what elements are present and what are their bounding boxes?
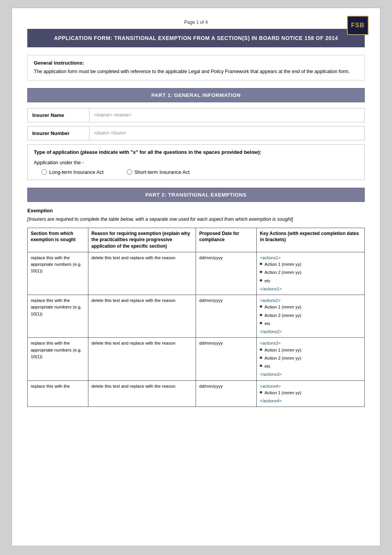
action-text: Action 2 (mmm yy)	[264, 312, 301, 319]
table-reason-cell-2: delete this text and replace with the re…	[88, 295, 196, 338]
table-section-cell-3: replace this with the appropriate number…	[28, 338, 88, 380]
section-replace-text: replace this with the appropriate number…	[31, 298, 81, 316]
list-item: Action 1 (mmm yy)	[260, 347, 361, 353]
list-item: etc	[260, 278, 361, 284]
bullet-icon	[260, 322, 262, 324]
list-item: Action 1 (mmm yy)	[260, 261, 361, 268]
table-date-cell-4: dd/mm/yyyy	[196, 380, 257, 407]
bullet-icon	[260, 314, 262, 316]
radio-circle-shortterm	[127, 169, 132, 175]
table-row: replace this with the appropriate number…	[28, 295, 365, 338]
insurer-name-placeholder: <iname> <iname>	[94, 112, 131, 118]
actions-list: Action 1 (mmm yy)Action 2 (mmm yy)etc	[260, 261, 361, 284]
date-text: dd/mm/yyyy	[199, 341, 223, 345]
table-header-row: Section from which exemption is sought R…	[28, 228, 365, 252]
bullet-icon	[260, 263, 262, 265]
radio-shortterm[interactable]: Short-term Insurance Act	[127, 169, 190, 175]
action-text: etc	[264, 278, 270, 284]
list-item: Action 2 (mmm yy)	[260, 269, 361, 276]
table-row: replace this with the appropriate number…	[28, 338, 365, 380]
list-item: Action 1 (mmm yy)	[260, 304, 361, 310]
th-date: Proposed Date for compliance	[196, 228, 257, 252]
th-actions: Key Actions (with expected completion da…	[257, 228, 365, 252]
reason-replace-text: delete this text and replace with the re…	[91, 384, 176, 388]
bullet-icon	[260, 391, 262, 393]
table-date-cell-3: dd/mm/yyyy	[196, 338, 257, 380]
bullet-icon	[260, 357, 262, 359]
list-item: Action 2 (mmm yy)	[260, 355, 361, 362]
part1-header: PART 1: GENERAL INFORMATION	[27, 88, 365, 102]
table-section-cell-4: replace this with the	[28, 380, 88, 407]
list-item: etc	[260, 320, 361, 327]
table-row: replace this with the appropriate number…	[28, 252, 365, 295]
action-text: Action 2 (mmm yy)	[264, 355, 301, 362]
action-text: Action 1 (mmm yy)	[264, 304, 301, 310]
action-text: Action 2 (mmm yy)	[264, 269, 301, 276]
date-text: dd/mm/yyyy	[199, 255, 223, 260]
radio-longterm-label: Long-term Insurance Act	[49, 169, 104, 175]
section-replace-text: replace this with the	[31, 384, 70, 388]
insurer-number-row: Insurer Number <inum> <inum>	[27, 126, 365, 140]
date-text: dd/mm/yyyy	[199, 384, 223, 388]
action-text: Action 1 (mmm yy)	[264, 261, 301, 268]
table-reason-cell-4: delete this text and replace with the re…	[88, 380, 196, 407]
instructions-box: General instructions: The application fo…	[27, 55, 365, 80]
instructions-title: General instructions:	[34, 60, 358, 66]
page-number: Page 1 of 4	[27, 20, 365, 25]
actions-close-tag: </actions1>	[260, 287, 282, 291]
insurer-number-placeholder: <inum> <inum>	[94, 130, 126, 136]
table-actions-cell-1: <actions1>Action 1 (mmm yy)Action 2 (mmm…	[257, 252, 365, 295]
app-under-label: Application under the -	[34, 160, 358, 165]
actions-list: Action 1 (mmm yy)	[260, 390, 361, 396]
exemption-note: [Insurers are required to complete the t…	[27, 216, 365, 223]
actions-list: Action 1 (mmm yy)Action 2 (mmm yy)etc	[260, 347, 361, 370]
table-section-cell-2: replace this with the appropriate number…	[28, 295, 88, 338]
actions-close-tag: </actions4>	[260, 398, 282, 403]
actions-open-tag: <actions1>	[260, 255, 281, 260]
exemption-section: Exemption [Insurers are required to comp…	[27, 208, 365, 407]
insurer-number-label: Insurer Number	[28, 127, 89, 140]
table-actions-cell-4: <actions4>Action 1 (mmm yy)</actions4>	[257, 380, 365, 407]
table-row: replace this with the delete this text a…	[28, 380, 365, 407]
insurer-name-value[interactable]: <iname> <iname>	[89, 108, 364, 122]
action-text: etc	[264, 320, 270, 327]
table-reason-cell-3: delete this text and replace with the re…	[88, 338, 196, 380]
action-text: Action 1 (mmm yy)	[264, 390, 301, 396]
list-item: etc	[260, 363, 361, 370]
insurance-type-radio-group: Long-term Insurance Act Short-term Insur…	[34, 169, 358, 175]
bullet-icon	[260, 305, 262, 308]
table-date-cell-1: dd/mm/yyyy	[196, 252, 257, 295]
list-item: Action 2 (mmm yy)	[260, 312, 361, 319]
radio-shortterm-label: Short-term Insurance Act	[135, 169, 190, 175]
fsb-logo: FSB	[347, 16, 369, 35]
bullet-icon	[260, 279, 262, 282]
action-text: Action 1 (mmm yy)	[264, 347, 301, 353]
exemption-title: Exemption	[27, 208, 365, 213]
actions-open-tag: <actions3>	[260, 341, 281, 345]
main-title: APPLICATION FORM: TRANSITIONAL EXEMPTION…	[27, 29, 365, 47]
section-replace-text: replace this with the appropriate number…	[31, 255, 81, 273]
table-actions-cell-3: <actions3>Action 1 (mmm yy)Action 2 (mmm…	[257, 338, 365, 380]
insurer-name-label: Insurer Name	[28, 108, 89, 122]
action-text: etc	[264, 363, 270, 370]
table-section-cell-1: replace this with the appropriate number…	[28, 252, 88, 295]
exemption-table: Section from which exemption is sought R…	[27, 228, 365, 407]
insurer-number-value[interactable]: <inum> <inum>	[89, 127, 364, 140]
actions-close-tag: </actions2>	[260, 329, 282, 334]
date-text: dd/mm/yyyy	[199, 298, 223, 303]
table-date-cell-2: dd/mm/yyyy	[196, 295, 257, 338]
table-reason-cell-1: delete this text and replace with the re…	[88, 252, 196, 295]
reason-replace-text: delete this text and replace with the re…	[91, 298, 176, 303]
bullet-icon	[260, 365, 262, 367]
page: Page 1 of 4 FSB APPLICATION FORM: TRANSI…	[12, 8, 380, 546]
actions-list: Action 1 (mmm yy)Action 2 (mmm yy)etc	[260, 304, 361, 327]
part2-header: PART 2: TRANSITIONAL EXEMPTIONS	[27, 188, 365, 202]
table-actions-cell-2: <actions2>Action 1 (mmm yy)Action 2 (mmm…	[257, 295, 365, 338]
radio-longterm[interactable]: Long-term Insurance Act	[42, 169, 104, 175]
reason-replace-text: delete this text and replace with the re…	[91, 341, 176, 345]
bullet-icon	[260, 348, 262, 351]
radio-circle-longterm	[42, 169, 47, 175]
section-replace-text: replace this with the appropriate number…	[31, 341, 81, 359]
instructions-body: The application form must be completed w…	[34, 68, 358, 75]
actions-open-tag: <actions4>	[260, 384, 281, 388]
